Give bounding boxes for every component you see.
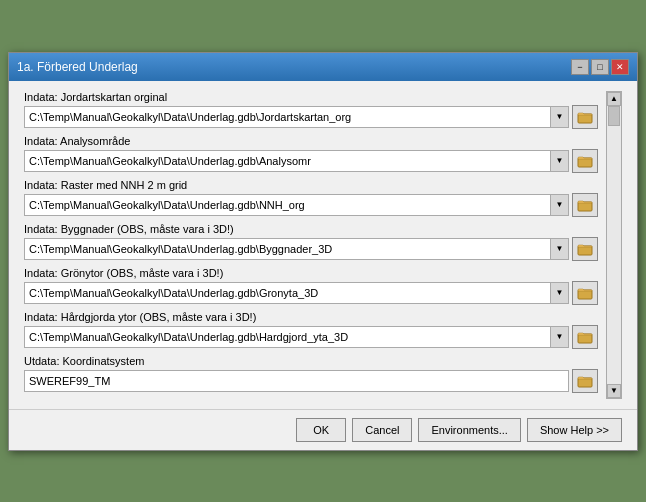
title-bar: 1a. Förbered Underlag − □ ✕ bbox=[9, 53, 637, 81]
browse-button-analysomrade[interactable] bbox=[572, 149, 598, 173]
dropdown-byggnader: ▼ bbox=[24, 238, 569, 260]
dropdown-gronytor: ▼ bbox=[24, 282, 569, 304]
cancel-button[interactable]: Cancel bbox=[352, 418, 412, 442]
label-koordinatsystem: Utdata: Koordinatsystem bbox=[24, 355, 598, 367]
folder-icon-6 bbox=[577, 329, 593, 345]
input-raster-nnh[interactable] bbox=[25, 195, 550, 215]
browse-button-hardgjorda-ytor[interactable] bbox=[572, 325, 598, 349]
field-group-koordinatsystem: Utdata: Koordinatsystem bbox=[24, 355, 598, 393]
field-group-jordartskartan: Indata: Jordartskartan orginal ▼ bbox=[24, 91, 598, 129]
field-row-raster-nnh: ▼ bbox=[24, 193, 598, 217]
scroll-up-arrow[interactable]: ▲ bbox=[607, 92, 621, 106]
dropdown-jordartskartan: ▼ bbox=[24, 106, 569, 128]
field-row-gronytor: ▼ bbox=[24, 281, 598, 305]
dropdown-hardgjorda-ytor: ▼ bbox=[24, 326, 569, 348]
svg-rect-0 bbox=[578, 114, 592, 123]
input-analysomrade[interactable] bbox=[25, 151, 550, 171]
ok-button[interactable]: OK bbox=[296, 418, 346, 442]
minimize-button[interactable]: − bbox=[571, 59, 589, 75]
scroll-track[interactable] bbox=[607, 106, 621, 384]
scroll-thumb[interactable] bbox=[608, 106, 620, 126]
svg-rect-3 bbox=[578, 246, 592, 255]
dialog-footer: OK Cancel Environments... Show Help >> bbox=[9, 409, 637, 450]
field-row-byggnader: ▼ bbox=[24, 237, 598, 261]
input-gronytor[interactable] bbox=[25, 283, 550, 303]
dropdown-arrow-jordartskartan[interactable]: ▼ bbox=[550, 107, 568, 127]
folder-icon-2 bbox=[577, 153, 593, 169]
maximize-button[interactable]: □ bbox=[591, 59, 609, 75]
field-group-raster-nnh: Indata: Raster med NNH 2 m grid ▼ bbox=[24, 179, 598, 217]
folder-icon bbox=[577, 109, 593, 125]
input-byggnader[interactable] bbox=[25, 239, 550, 259]
browse-button-koordinatsystem[interactable] bbox=[572, 369, 598, 393]
dropdown-arrow-gronytor[interactable]: ▼ bbox=[550, 283, 568, 303]
dropdown-analysomrade: ▼ bbox=[24, 150, 569, 172]
browse-button-jordartskartan[interactable] bbox=[572, 105, 598, 129]
field-group-hardgjorda-ytor: Indata: Hårdgjorda ytor (OBS, måste vara… bbox=[24, 311, 598, 349]
folder-icon-3 bbox=[577, 197, 593, 213]
label-analysomrade: Indata: Analysområde bbox=[24, 135, 598, 147]
label-byggnader: Indata: Byggnader (OBS, måste vara i 3D!… bbox=[24, 223, 598, 235]
input-koordinatsystem[interactable] bbox=[24, 370, 569, 392]
label-hardgjorda-ytor: Indata: Hårdgjorda ytor (OBS, måste vara… bbox=[24, 311, 598, 323]
svg-rect-4 bbox=[578, 290, 592, 299]
field-row-hardgjorda-ytor: ▼ bbox=[24, 325, 598, 349]
browse-button-byggnader[interactable] bbox=[572, 237, 598, 261]
input-jordartskartan[interactable] bbox=[25, 107, 550, 127]
main-content: Indata: Jordartskartan orginal ▼ bbox=[24, 91, 598, 399]
browse-button-raster-nnh[interactable] bbox=[572, 193, 598, 217]
dialog-window: 1a. Förbered Underlag − □ ✕ Indata: Jord… bbox=[8, 52, 638, 451]
browse-button-gronytor[interactable] bbox=[572, 281, 598, 305]
dialog-title: 1a. Förbered Underlag bbox=[17, 60, 138, 74]
svg-rect-2 bbox=[578, 202, 592, 211]
title-bar-controls: − □ ✕ bbox=[571, 59, 629, 75]
label-gronytor: Indata: Grönytor (OBS, måste vara i 3D!) bbox=[24, 267, 598, 279]
folder-icon-5 bbox=[577, 285, 593, 301]
dropdown-arrow-raster-nnh[interactable]: ▼ bbox=[550, 195, 568, 215]
close-button[interactable]: ✕ bbox=[611, 59, 629, 75]
svg-rect-1 bbox=[578, 158, 592, 167]
label-raster-nnh: Indata: Raster med NNH 2 m grid bbox=[24, 179, 598, 191]
label-jordartskartan: Indata: Jordartskartan orginal bbox=[24, 91, 598, 103]
dialog-body: Indata: Jordartskartan orginal ▼ bbox=[9, 81, 637, 409]
environments-button[interactable]: Environments... bbox=[418, 418, 520, 442]
field-row-koordinatsystem bbox=[24, 369, 598, 393]
svg-rect-5 bbox=[578, 334, 592, 343]
dropdown-arrow-analysomrade[interactable]: ▼ bbox=[550, 151, 568, 171]
field-group-byggnader: Indata: Byggnader (OBS, måste vara i 3D!… bbox=[24, 223, 598, 261]
dropdown-arrow-byggnader[interactable]: ▼ bbox=[550, 239, 568, 259]
show-help-button[interactable]: Show Help >> bbox=[527, 418, 622, 442]
field-row-jordartskartan: ▼ bbox=[24, 105, 598, 129]
folder-icon-7 bbox=[577, 373, 593, 389]
dropdown-raster-nnh: ▼ bbox=[24, 194, 569, 216]
dropdown-arrow-hardgjorda-ytor[interactable]: ▼ bbox=[550, 327, 568, 347]
scrollbar[interactable]: ▲ ▼ bbox=[606, 91, 622, 399]
field-group-analysomrade: Indata: Analysområde ▼ bbox=[24, 135, 598, 173]
field-row-analysomrade: ▼ bbox=[24, 149, 598, 173]
field-group-gronytor: Indata: Grönytor (OBS, måste vara i 3D!)… bbox=[24, 267, 598, 305]
input-hardgjorda-ytor[interactable] bbox=[25, 327, 550, 347]
svg-rect-6 bbox=[578, 378, 592, 387]
scroll-down-arrow[interactable]: ▼ bbox=[607, 384, 621, 398]
folder-icon-4 bbox=[577, 241, 593, 257]
